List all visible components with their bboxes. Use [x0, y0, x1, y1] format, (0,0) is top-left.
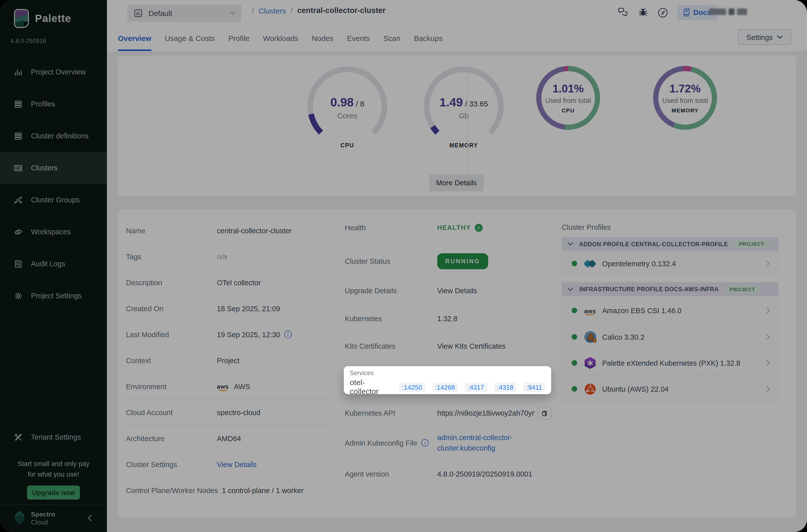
- sidebar-item-project-settings[interactable]: Project Settings: [0, 280, 107, 312]
- memory-unit-label: Gb: [424, 111, 504, 120]
- kubernetes-version-value: 1.32.8: [437, 315, 457, 323]
- sidebar-item-clusters[interactable]: Clusters: [0, 152, 107, 184]
- row-label: Cloud Account: [126, 408, 217, 416]
- palette-logo-icon: [14, 9, 29, 28]
- project-badge: PROJECT: [725, 285, 760, 293]
- breadcrumb-current-cluster: central-collector-cluster: [297, 6, 386, 15]
- tab-events[interactable]: Events: [347, 25, 370, 51]
- service-port-link[interactable]: :9411: [523, 382, 545, 392]
- sidebar-item-profiles[interactable]: Profiles: [0, 88, 107, 120]
- info-icon[interactable]: i: [284, 331, 292, 338]
- sidebar-item-label: Workspaces: [31, 228, 71, 236]
- tab-scan[interactable]: Scan: [383, 25, 400, 51]
- status-row-agent-version: Agent version 4.8.0-250919/20250919.0001: [344, 460, 552, 488]
- service-port-link[interactable]: :4317: [465, 382, 487, 392]
- info-icon[interactable]: i: [421, 439, 429, 446]
- sidebar-item-audit-logs[interactable]: Audit Logs: [0, 248, 107, 280]
- gear-icon: [14, 291, 22, 300]
- memory-total-value: / 33.65: [465, 99, 488, 108]
- chevron-right-icon: [766, 260, 770, 267]
- sidebar-item-project-overview[interactable]: Project Overview: [0, 56, 107, 88]
- service-port-link[interactable]: :4318: [494, 382, 517, 392]
- detail-row-environment: Environment aws AWS: [125, 374, 330, 400]
- group-title: ADDON PROFILE CENTRAL-COLLECTOR-PROFILE: [579, 241, 728, 247]
- sidebar-collapse-button[interactable]: [88, 514, 92, 524]
- brand-line2: Cloud: [31, 518, 55, 527]
- view-k8s-certificates-link[interactable]: View K8s Certificates: [437, 342, 505, 350]
- memory-used-value: 1.49: [439, 95, 463, 109]
- admin-kubeconfig-link[interactable]: admin.central-collector- cluster.kubecon…: [437, 432, 512, 453]
- tools-icon: [14, 433, 22, 441]
- memory-donut-caption: Used from total: [662, 97, 708, 104]
- chevron-down-icon: [230, 12, 236, 15]
- project-selector[interactable]: Default: [127, 4, 241, 22]
- running-status-badge[interactable]: RUNNING: [437, 253, 488, 269]
- bar-chart-icon: [14, 68, 22, 76]
- profile-row-ubuntu[interactable]: Ubuntu (AWS) 22.04: [562, 376, 778, 402]
- service-ports: :14250 :14268 :4317 :4318 :9411: [399, 382, 545, 392]
- tab-usage-costs[interactable]: Usage & Costs: [165, 25, 214, 51]
- cpu-total-value: / 8: [356, 99, 364, 108]
- user-name-redacted[interactable]: [709, 8, 747, 15]
- tab-nodes[interactable]: Nodes: [312, 25, 334, 51]
- row-label: Kubernetes: [345, 315, 437, 323]
- status-dot-icon: [571, 360, 577, 366]
- project-selector-value: Default: [148, 9, 172, 18]
- sidebar-item-tenant-settings[interactable]: Tenant Settings: [0, 421, 107, 453]
- status-row-k8s-certificates: K8s Certificates View K8s Certificates: [344, 333, 552, 360]
- tab-profile[interactable]: Profile: [228, 25, 249, 51]
- palette-app-window: Palette 4.8.0-250916 Project Overview Pr…: [0, 0, 807, 532]
- sidebar-item-cluster-groups[interactable]: Cluster Groups: [0, 184, 107, 216]
- service-name: otel-collector: [350, 378, 392, 396]
- brand-line1: Spectro: [31, 511, 55, 518]
- tab-overview[interactable]: Overview: [118, 25, 151, 51]
- top-bar: Default / Clusters / central-collector-c…: [107, 0, 807, 52]
- cpu-gauge-label: CPU: [307, 142, 387, 148]
- service-port-link[interactable]: :14250: [399, 382, 425, 392]
- palette-logo[interactable]: Palette: [14, 9, 71, 28]
- profile-row-opentelemetry[interactable]: Opentelemetry 0.132.4: [562, 252, 778, 275]
- services-label: Services: [350, 370, 545, 377]
- sidebar: Palette 4.8.0-250916 Project Overview Pr…: [0, 0, 107, 532]
- opentelemetry-logo-icon: [584, 258, 596, 269]
- sidebar-item-label: Audit Logs: [31, 260, 65, 268]
- sidebar-item-workspaces[interactable]: Workspaces: [0, 216, 107, 248]
- cluster-settings-view-details-link[interactable]: View Details: [217, 460, 257, 468]
- upgrade-view-details-link[interactable]: View Details: [437, 286, 477, 294]
- compass-icon: [658, 7, 668, 18]
- pack-name: Calico 3.30.2: [602, 333, 644, 341]
- cpu-unit-label: Cores: [307, 111, 387, 120]
- explore-button[interactable]: [657, 6, 669, 18]
- pack-name: Opentelemetry 0.132.4: [602, 260, 676, 267]
- report-bug-button[interactable]: [637, 6, 649, 18]
- status-dot-icon: [571, 334, 577, 340]
- memory-donut-percent: 1.72%: [670, 82, 701, 95]
- profile-row-amazon-ebs-csi[interactable]: aws Amazon EBS CSI 1.46.0: [562, 298, 778, 323]
- chevron-right-icon: [766, 360, 770, 366]
- feedback-chat-button[interactable]: [617, 6, 629, 18]
- detail-row-last-modified: Last Modified 19 Sep 2025, 12:30 i: [125, 322, 330, 348]
- row-label: Created On: [126, 304, 217, 312]
- sidebar-item-cluster-definitions[interactable]: Cluster definitions: [0, 120, 107, 152]
- book-icon: [683, 8, 690, 17]
- project-badge: PROJECT: [734, 240, 769, 248]
- tab-workloads[interactable]: Workloads: [263, 25, 298, 51]
- status-dot-icon: [571, 308, 577, 313]
- status-row-kubernetes-api: Kubernetes API https://ni9ozje18ivwoy2ah…: [344, 400, 552, 426]
- infrastructure-profile-group-header[interactable]: INFRASTRUCTURE PROFILE DOCS-AWS-INFRA PR…: [562, 282, 778, 296]
- breadcrumb-separator: /: [290, 6, 293, 15]
- detail-row-cloud-account: Cloud Account spectro-cloud: [125, 400, 330, 425]
- upgrade-now-button[interactable]: Upgrade now: [27, 486, 80, 499]
- settings-button[interactable]: Settings: [738, 30, 791, 45]
- breadcrumb-clusters-link[interactable]: Clusters: [259, 6, 286, 15]
- more-details-button[interactable]: More Details: [429, 174, 484, 191]
- cloud-account-value: spectro-cloud: [217, 408, 260, 416]
- service-port-link[interactable]: :14268: [432, 382, 458, 392]
- copy-api-url-button[interactable]: [538, 406, 551, 420]
- profile-row-pxk[interactable]: Palette eXtended Kubernetes (PXK) 1.32.8: [562, 350, 778, 376]
- detail-row-architecture: Architecture AMD64: [125, 425, 330, 452]
- addon-profile-group-header[interactable]: ADDON PROFILE CENTRAL-COLLECTOR-PROFILE …: [562, 237, 778, 251]
- orbit-icon: [14, 228, 22, 236]
- profile-row-calico[interactable]: Calico 3.30.2: [562, 324, 778, 350]
- tab-backups[interactable]: Backups: [414, 25, 443, 51]
